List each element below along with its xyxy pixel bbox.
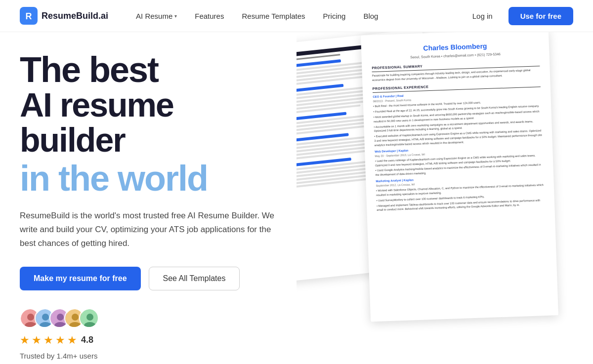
hero-title-line2: AI resume builder [20,87,277,158]
login-button[interactable]: Log in [463,8,503,24]
left-panel: The best AI resume builder in the world … [0,32,296,364]
hero-title-line1: The best [20,52,277,87]
resume-container: Charles Bloomberg Seoul, South Korea • c… [296,32,593,364]
logo-text: ResumeBuild.ai [42,11,108,21]
hero-buttons: Make my resume for free See All Template… [20,267,277,290]
star-3: ★ [43,334,53,347]
stars-rating: ★ ★ ★ ★ ★ 4.8 [20,334,277,347]
avatar-5 [79,308,99,328]
nav-blog[interactable]: Blog [355,8,386,24]
logo-link[interactable]: R ResumeBuild.ai [20,7,108,25]
nav-cta-button[interactable]: Use for free [508,7,573,25]
hero-title-accent: in the world [20,160,277,198]
resume-preview-2: Charles Bloomberg Seoul, South Korea • c… [361,32,558,322]
nav-right: Log in Use for free [463,7,573,25]
main-container: The best AI resume builder in the world … [0,32,593,364]
see-templates-button[interactable]: See All Templates [149,267,240,290]
navigation: R ResumeBuild.ai AI Resume ▾ Features Re… [0,0,593,32]
nav-ai-resume[interactable]: AI Resume ▾ [128,8,185,24]
svg-point-9 [57,314,64,321]
right-panel: Charles Bloomberg Seoul, South Korea • c… [296,32,593,364]
star-1: ★ [20,334,30,347]
rating-number: 4.8 [81,335,93,345]
user-avatars [20,308,99,328]
chevron-down-icon: ▾ [174,13,177,19]
nav-resume-templates[interactable]: Resume Templates [234,8,313,24]
social-proof: ★ ★ ★ ★ ★ 4.8 Trusted by 1.4m+ users [20,308,277,360]
star-2: ★ [32,334,42,347]
make-resume-button[interactable]: Make my resume for free [20,267,141,290]
svg-point-15 [86,314,93,321]
star-4: ★ [55,334,65,347]
star-5: ★ [67,334,77,347]
svg-point-3 [27,314,34,321]
avatars-row [20,308,277,328]
svg-text:R: R [26,11,32,21]
hero-description: ResumeBuild is the world's most trusted … [20,209,277,250]
nav-features[interactable]: Features [187,8,232,24]
nav-links: AI Resume ▾ Features Resume Templates Pr… [128,8,463,24]
svg-point-12 [72,314,79,321]
svg-point-6 [42,314,49,321]
nav-pricing[interactable]: Pricing [315,8,354,24]
logo-icon: R [20,7,38,25]
trusted-text: Trusted by 1.4m+ users [20,352,277,360]
